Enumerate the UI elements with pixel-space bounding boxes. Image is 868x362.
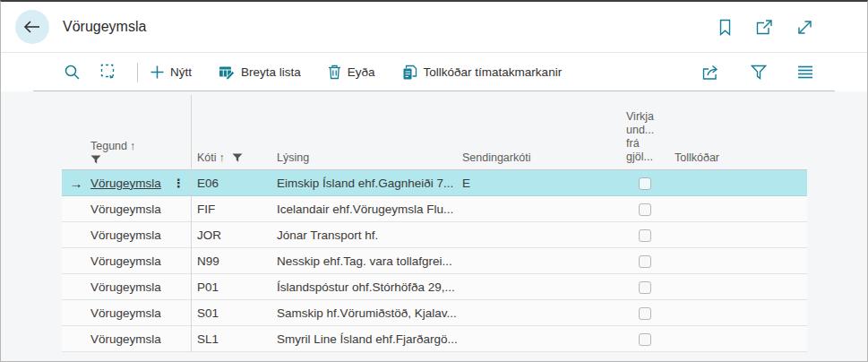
cell-koti[interactable]: S01	[191, 306, 277, 320]
cell-tegund[interactable]: Vörugeymsla	[90, 332, 167, 346]
table-row[interactable]: VörugeymslaSL1Smyril Line Ísland ehf.Fja…	[62, 326, 807, 352]
table-row[interactable]: VörugeymslaP01Íslandspóstur ohf.Stórhöfð…	[62, 274, 807, 300]
column-header-tegund[interactable]: Tegund↑	[90, 140, 167, 164]
koti-header-label: Kóti	[197, 151, 217, 164]
page-body: Tegund↑ Kóti↑ Lýsing	[1, 91, 867, 362]
edit-list-button-label: Breyta lista	[241, 65, 301, 79]
app-window: Vörugeymsla	[0, 0, 868, 362]
cell-tegund[interactable]: Vörugeymsla	[90, 203, 167, 216]
row-selector[interactable]: →	[62, 177, 90, 190]
plus-icon	[150, 65, 164, 79]
tegund-filter-icon	[90, 155, 167, 164]
table-row[interactable]: VörugeymslaJORJónar Transport hf.	[62, 222, 807, 248]
virkja-checkbox[interactable]	[639, 281, 651, 294]
sendingarkoti-header-label: Sendingarkóti	[462, 151, 530, 164]
table-row[interactable]: VörugeymslaFIFIcelandair ehf.Vörugeymsla…	[62, 196, 807, 222]
delete-button[interactable]: Eyða	[328, 65, 375, 80]
cell-tegund[interactable]: Vörugeymsla	[90, 280, 167, 294]
cell-koti[interactable]: JOR	[191, 228, 277, 242]
virkja-checkbox[interactable]	[639, 307, 651, 320]
table-row[interactable]: →Vörugeymsla⋮E06Eimskip Ísland ehf.Gagnh…	[62, 170, 807, 196]
cell-virkja[interactable]	[619, 228, 675, 241]
virkja-checkbox[interactable]	[639, 177, 651, 190]
trash-icon	[328, 65, 341, 80]
filter-button[interactable]	[747, 61, 770, 83]
filter-icon	[751, 65, 767, 80]
cell-lysing[interactable]: Icelandair ehf.Vörugeymsla Flu...	[277, 203, 462, 216]
view-options-icon	[797, 65, 813, 79]
cell-tegund[interactable]: Vörugeymsla	[90, 306, 167, 320]
cell-virkja[interactable]	[619, 254, 675, 267]
column-header-lysing[interactable]: Lýsing	[277, 151, 462, 164]
cell-virkja[interactable]	[619, 202, 675, 215]
expand-icon	[796, 19, 813, 36]
koti-filter-icon	[232, 153, 243, 162]
new-button[interactable]: Nýtt	[150, 65, 192, 79]
cell-koti[interactable]: FIF	[191, 203, 277, 216]
toolbar-separator	[137, 63, 138, 82]
column-header-tollkodar[interactable]: Tollkóðar	[675, 151, 807, 164]
virkja-checkbox[interactable]	[639, 203, 651, 216]
lysing-header-label: Lýsing	[277, 151, 309, 164]
analyze-button[interactable]	[97, 60, 121, 84]
action-toolbar: Nýtt Breyta lista	[1, 53, 867, 91]
row-context-menu[interactable]: ⋮	[167, 177, 191, 190]
new-button-label: Nýtt	[170, 65, 192, 79]
column-header-sendingarkoti[interactable]: Sendingarkóti	[462, 151, 619, 164]
cell-tegund[interactable]: Vörugeymsla	[90, 254, 167, 268]
table-body: →Vörugeymsla⋮E06Eimskip Ísland ehf.Gagnh…	[62, 170, 807, 352]
cell-lysing[interactable]: Smyril Line Ísland ehf.Fjarðargö...	[277, 332, 462, 346]
cell-lysing[interactable]: Eimskip Ísland ehf.Gagnheiði 7...	[277, 177, 462, 190]
back-button[interactable]	[15, 10, 49, 44]
grid-header: Tegund↑ Kóti↑ Lýsing	[62, 91, 807, 170]
open-in-new-window-icon	[755, 19, 773, 36]
tollkodar-header-label: Tollkóðar	[675, 151, 719, 164]
bookmark-button[interactable]	[717, 17, 734, 38]
cell-koti[interactable]: P01	[191, 280, 277, 294]
data-grid: Tegund↑ Kóti↑ Lýsing	[62, 91, 807, 352]
analyze-icon	[100, 64, 117, 81]
edit-list-icon	[219, 65, 235, 80]
cell-lysing[interactable]: Samskip hf.Vörumiðstöð, Kjalav...	[277, 306, 462, 320]
tollkodar-timatakmarkanir-button[interactable]: Tollkóðar tímatakmarkanir	[402, 65, 563, 81]
view-options-button[interactable]	[794, 62, 817, 82]
cell-koti[interactable]: SL1	[191, 332, 277, 346]
edit-list-button[interactable]: Breyta lista	[219, 65, 301, 80]
tollkodar-button-label: Tollkóðar tímatakmarkanir	[424, 65, 563, 79]
column-header-virkja[interactable]: Virkja und... frá gjöl...	[619, 110, 675, 164]
delete-button-label: Eyða	[348, 65, 375, 79]
bookmark-icon	[718, 19, 732, 36]
table-row[interactable]: VörugeymslaN99Nesskip ehf.Tag. vara toll…	[62, 248, 807, 274]
tegund-sort-arrow: ↑	[130, 140, 135, 152]
table-row[interactable]: VörugeymslaS01Samskip hf.Vörumiðstöð, Kj…	[62, 300, 807, 326]
share-button[interactable]	[698, 61, 724, 84]
cell-tegund[interactable]: Vörugeymsla	[90, 228, 167, 242]
open-in-new-window-button[interactable]	[753, 17, 775, 38]
cell-virkja[interactable]	[619, 176, 675, 189]
cell-sendingarkoti[interactable]: E	[462, 177, 619, 190]
cell-koti[interactable]: E06	[191, 177, 277, 190]
related-pages-icon	[402, 65, 417, 81]
cell-virkja[interactable]	[619, 280, 675, 293]
cell-lysing[interactable]: Nesskip ehf.Tag. vara tollafgrei...	[277, 254, 462, 268]
tegund-header-label: Tegund	[90, 140, 127, 152]
cell-lysing[interactable]: Íslandspóstur ohf.Stórhöfða 29,...	[277, 280, 462, 294]
page-title: Vörugeymsla	[63, 19, 146, 35]
cell-virkja[interactable]	[619, 306, 675, 319]
back-arrow-icon	[23, 20, 41, 34]
cell-koti[interactable]: N99	[191, 254, 277, 268]
column-header-koti[interactable]: Kóti↑	[191, 151, 277, 164]
expand-button[interactable]	[795, 17, 815, 38]
virkja-checkbox[interactable]	[639, 333, 651, 346]
koti-sort-arrow: ↑	[219, 151, 225, 164]
titlebar: Vörugeymsla	[1, 2, 867, 53]
search-button[interactable]	[60, 60, 84, 84]
virkja-checkbox[interactable]	[639, 229, 651, 242]
cell-lysing[interactable]: Jónar Transport hf.	[277, 228, 462, 242]
virkja-checkbox[interactable]	[639, 255, 651, 268]
share-icon	[701, 65, 720, 81]
cell-virkja[interactable]	[619, 332, 675, 345]
search-icon	[64, 64, 81, 81]
cell-tegund[interactable]: Vörugeymsla	[90, 177, 167, 190]
